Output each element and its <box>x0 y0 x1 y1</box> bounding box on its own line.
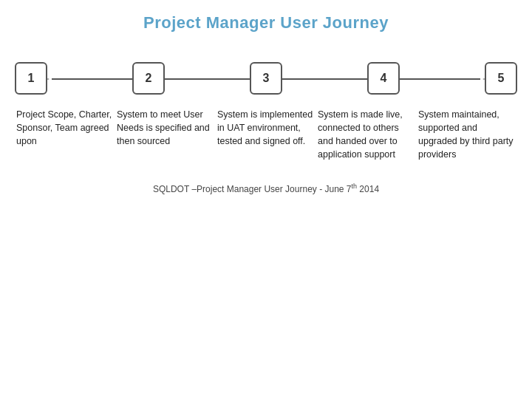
step-node-1: 1 <box>15 62 47 95</box>
step-node-3: 3 <box>250 62 282 95</box>
step-content-1: Project Scope, Charter, Sponsor, Team ag… <box>15 108 115 162</box>
content-row: Project Scope, Charter, Sponsor, Team ag… <box>15 108 517 162</box>
footer: SQLDOT –Project Manager User Journey - J… <box>0 183 532 194</box>
step-node-4: 4 <box>367 62 400 95</box>
timeline-row: 1 2 3 4 5 <box>15 62 517 95</box>
step-node-2: 2 <box>132 62 165 95</box>
step-content-2: System to meet User Needs is specified a… <box>115 108 216 162</box>
journey-container: 1 2 3 4 5 Project Scope, Charter, Sponso… <box>0 62 532 162</box>
step-content-5: System maintained, supported and upgrade… <box>417 108 517 162</box>
step-node-5: 5 <box>485 62 517 95</box>
page-title: Project Manager User Journey <box>0 0 532 33</box>
step-content-3: System is implemented in UAT environment… <box>216 108 316 162</box>
step-content-4: System is made live, connected to others… <box>316 108 417 162</box>
